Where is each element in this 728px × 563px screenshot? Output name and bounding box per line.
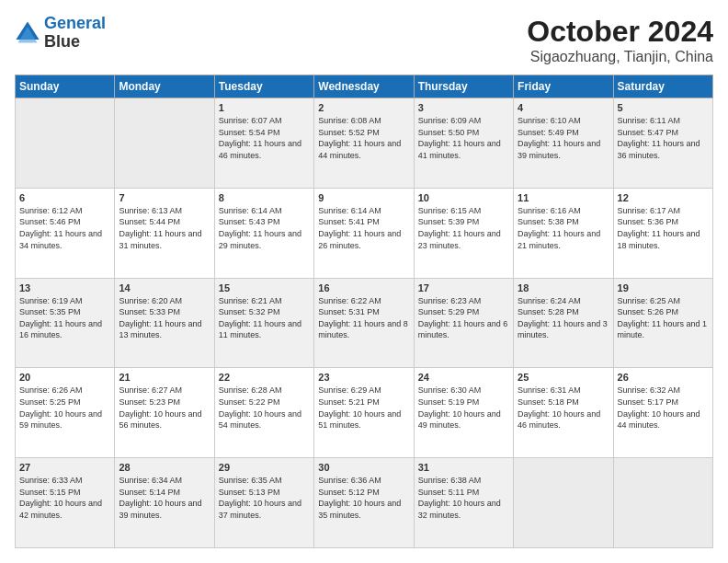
calendar-cell: 9Sunrise: 6:14 AM Sunset: 5:41 PM Daylig… [314, 188, 414, 278]
day-info: Sunrise: 6:38 AM Sunset: 5:11 PM Dayligh… [418, 475, 509, 521]
day-number: 3 [418, 102, 509, 113]
calendar-cell: 8Sunrise: 6:14 AM Sunset: 5:43 PM Daylig… [214, 188, 313, 278]
calendar-cell: 12Sunrise: 6:17 AM Sunset: 5:36 PM Dayli… [613, 188, 712, 278]
day-info: Sunrise: 6:08 AM Sunset: 5:52 PM Dayligh… [318, 115, 409, 161]
logo-text: General Blue [44, 15, 106, 52]
day-number: 16 [318, 282, 409, 293]
calendar-header-row: SundayMondayTuesdayWednesdayThursdayFrid… [16, 75, 713, 98]
day-number: 22 [219, 372, 310, 383]
day-info: Sunrise: 6:25 AM Sunset: 5:26 PM Dayligh… [618, 295, 709, 341]
weekday-header: Tuesday [214, 75, 313, 98]
logo-icon [15, 20, 40, 46]
calendar-cell [16, 98, 115, 189]
day-number: 26 [618, 372, 709, 383]
day-number: 13 [19, 282, 110, 293]
day-number: 18 [518, 282, 609, 293]
weekday-header: Thursday [414, 75, 513, 98]
calendar-week-row: 20Sunrise: 6:26 AM Sunset: 5:25 PM Dayli… [16, 368, 713, 458]
day-number: 10 [418, 192, 509, 203]
calendar-cell: 5Sunrise: 6:11 AM Sunset: 5:47 PM Daylig… [613, 98, 712, 189]
day-number: 8 [219, 192, 310, 203]
calendar-cell [115, 98, 214, 189]
calendar-cell: 14Sunrise: 6:20 AM Sunset: 5:33 PM Dayli… [115, 278, 214, 368]
day-number: 21 [119, 372, 210, 383]
weekday-header: Sunday [16, 75, 115, 98]
title-block: October 2024 Sigaozhuang, Tianjin, China [527, 15, 713, 65]
day-number: 28 [119, 462, 210, 473]
day-info: Sunrise: 6:30 AM Sunset: 5:19 PM Dayligh… [418, 385, 509, 431]
weekday-header: Monday [115, 75, 214, 98]
calendar-cell: 30Sunrise: 6:36 AM Sunset: 5:12 PM Dayli… [314, 458, 414, 548]
calendar-cell: 7Sunrise: 6:13 AM Sunset: 5:44 PM Daylig… [115, 188, 214, 278]
day-number: 30 [318, 462, 409, 473]
day-number: 11 [518, 192, 609, 203]
day-number: 24 [418, 372, 509, 383]
calendar-cell: 1Sunrise: 6:07 AM Sunset: 5:54 PM Daylig… [214, 98, 313, 189]
day-info: Sunrise: 6:35 AM Sunset: 5:13 PM Dayligh… [219, 475, 310, 521]
calendar-table: SundayMondayTuesdayWednesdayThursdayFrid… [15, 75, 713, 548]
calendar-cell: 4Sunrise: 6:10 AM Sunset: 5:49 PM Daylig… [514, 98, 613, 189]
calendar-cell: 29Sunrise: 6:35 AM Sunset: 5:13 PM Dayli… [214, 458, 313, 548]
logo: General Blue [15, 15, 106, 52]
day-info: Sunrise: 6:33 AM Sunset: 5:15 PM Dayligh… [19, 475, 110, 521]
calendar-cell: 11Sunrise: 6:16 AM Sunset: 5:38 PM Dayli… [514, 188, 613, 278]
day-info: Sunrise: 6:11 AM Sunset: 5:47 PM Dayligh… [618, 115, 709, 161]
day-number: 29 [219, 462, 310, 473]
day-info: Sunrise: 6:24 AM Sunset: 5:28 PM Dayligh… [518, 295, 609, 341]
calendar-week-row: 13Sunrise: 6:19 AM Sunset: 5:35 PM Dayli… [16, 278, 713, 368]
day-info: Sunrise: 6:32 AM Sunset: 5:17 PM Dayligh… [618, 385, 709, 431]
calendar-cell: 16Sunrise: 6:22 AM Sunset: 5:31 PM Dayli… [314, 278, 414, 368]
calendar-cell: 2Sunrise: 6:08 AM Sunset: 5:52 PM Daylig… [314, 98, 414, 189]
day-info: Sunrise: 6:07 AM Sunset: 5:54 PM Dayligh… [219, 115, 310, 161]
day-info: Sunrise: 6:23 AM Sunset: 5:29 PM Dayligh… [418, 295, 509, 341]
day-number: 14 [119, 282, 210, 293]
day-info: Sunrise: 6:27 AM Sunset: 5:23 PM Dayligh… [119, 385, 210, 431]
weekday-header: Saturday [613, 75, 712, 98]
calendar-cell: 22Sunrise: 6:28 AM Sunset: 5:22 PM Dayli… [214, 368, 313, 458]
day-info: Sunrise: 6:12 AM Sunset: 5:46 PM Dayligh… [19, 205, 110, 251]
calendar-cell: 3Sunrise: 6:09 AM Sunset: 5:50 PM Daylig… [414, 98, 513, 189]
calendar-cell: 20Sunrise: 6:26 AM Sunset: 5:25 PM Dayli… [16, 368, 115, 458]
calendar-cell: 15Sunrise: 6:21 AM Sunset: 5:32 PM Dayli… [214, 278, 313, 368]
calendar-cell: 10Sunrise: 6:15 AM Sunset: 5:39 PM Dayli… [414, 188, 513, 278]
day-number: 19 [618, 282, 709, 293]
calendar-week-row: 1Sunrise: 6:07 AM Sunset: 5:54 PM Daylig… [16, 98, 713, 189]
day-number: 31 [418, 462, 509, 473]
day-info: Sunrise: 6:16 AM Sunset: 5:38 PM Dayligh… [518, 205, 609, 251]
calendar-cell: 31Sunrise: 6:38 AM Sunset: 5:11 PM Dayli… [414, 458, 513, 548]
day-info: Sunrise: 6:28 AM Sunset: 5:22 PM Dayligh… [219, 385, 310, 431]
logo-line2: Blue [44, 33, 106, 52]
day-number: 6 [19, 192, 110, 203]
day-number: 23 [318, 372, 409, 383]
calendar-cell: 21Sunrise: 6:27 AM Sunset: 5:23 PM Dayli… [115, 368, 214, 458]
day-number: 12 [618, 192, 709, 203]
day-number: 5 [618, 102, 709, 113]
day-number: 2 [318, 102, 409, 113]
day-info: Sunrise: 6:17 AM Sunset: 5:36 PM Dayligh… [618, 205, 709, 251]
location-title: Sigaozhuang, Tianjin, China [527, 49, 713, 65]
calendar-cell: 18Sunrise: 6:24 AM Sunset: 5:28 PM Dayli… [514, 278, 613, 368]
calendar-week-row: 27Sunrise: 6:33 AM Sunset: 5:15 PM Dayli… [16, 458, 713, 548]
day-number: 1 [219, 102, 310, 113]
day-info: Sunrise: 6:10 AM Sunset: 5:49 PM Dayligh… [518, 115, 609, 161]
weekday-header: Wednesday [314, 75, 414, 98]
day-number: 9 [318, 192, 409, 203]
header: General Blue October 2024 Sigaozhuang, T… [15, 15, 713, 65]
calendar-cell: 25Sunrise: 6:31 AM Sunset: 5:18 PM Dayli… [514, 368, 613, 458]
calendar-cell [613, 458, 712, 548]
day-info: Sunrise: 6:14 AM Sunset: 5:41 PM Dayligh… [318, 205, 409, 251]
calendar-cell: 27Sunrise: 6:33 AM Sunset: 5:15 PM Dayli… [16, 458, 115, 548]
calendar-cell [514, 458, 613, 548]
logo-line1: General [44, 14, 106, 32]
day-number: 17 [418, 282, 509, 293]
weekday-header: Friday [514, 75, 613, 98]
day-info: Sunrise: 6:15 AM Sunset: 5:39 PM Dayligh… [418, 205, 509, 251]
calendar-cell: 26Sunrise: 6:32 AM Sunset: 5:17 PM Dayli… [613, 368, 712, 458]
calendar-cell: 6Sunrise: 6:12 AM Sunset: 5:46 PM Daylig… [16, 188, 115, 278]
day-info: Sunrise: 6:36 AM Sunset: 5:12 PM Dayligh… [318, 475, 409, 521]
day-number: 15 [219, 282, 310, 293]
day-info: Sunrise: 6:21 AM Sunset: 5:32 PM Dayligh… [219, 295, 310, 341]
month-title: October 2024 [527, 15, 713, 49]
day-info: Sunrise: 6:26 AM Sunset: 5:25 PM Dayligh… [19, 385, 110, 431]
day-info: Sunrise: 6:31 AM Sunset: 5:18 PM Dayligh… [518, 385, 609, 431]
